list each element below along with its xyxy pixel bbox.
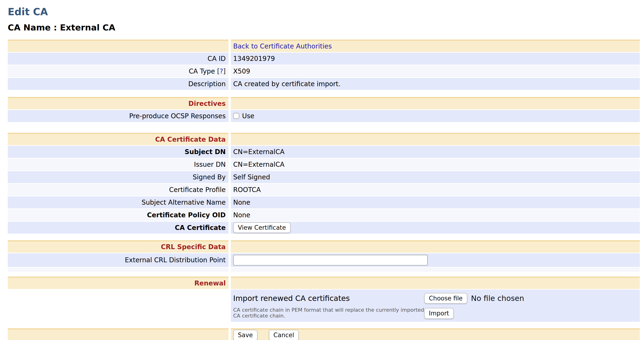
certificate-profile-value: ROOTCA	[231, 184, 640, 196]
renewal-table: Renewal Import renewed CA certificates C…	[8, 277, 640, 322]
import-renewed-ca-certificates-label: Import renewed CA certificates	[233, 293, 424, 304]
choose-file-button[interactable]: Choose file	[424, 293, 467, 304]
external-crl-distribution-point-label: External CRL Distribution Point	[8, 253, 228, 267]
table-row: CA ID 1349201979	[8, 53, 640, 65]
issuer-dn-label: Issuer DN	[8, 159, 228, 170]
footer-actions-table: Save Cancel	[8, 328, 640, 340]
crl-header-row: CRL Specific Data	[8, 240, 640, 253]
signed-by-label: Signed By	[8, 171, 228, 183]
ca-id-value: 1349201979	[231, 53, 640, 65]
signed-by-value: Self Signed	[231, 171, 640, 183]
issuer-dn-value: CN=ExternalCA	[231, 159, 640, 170]
table-row: External CRL Distribution Point	[8, 253, 640, 267]
external-crl-distribution-point-input[interactable]	[233, 255, 428, 266]
renewal-content-row: Import renewed CA certificates Choose fi…	[8, 290, 640, 322]
subject-alternative-name-value: None	[231, 196, 640, 208]
crl-specific-data-table: CRL Specific Data External CRL Distribut…	[8, 240, 640, 272]
table-row: Certificate Profile ROOTCA	[8, 184, 640, 196]
renewal-section-title: Renewal	[194, 279, 226, 287]
table-row: Signed By Self Signed	[8, 171, 640, 183]
view-certificate-button[interactable]: View Certificate	[233, 222, 290, 233]
ca-name-heading: CA Name : External CA	[8, 22, 640, 32]
table-row: Description CA created by certificate im…	[8, 78, 640, 90]
general-header-label-cell	[8, 39, 228, 52]
no-file-chosen-text: No file chosen	[471, 294, 524, 303]
import-button[interactable]: Import	[424, 308, 454, 319]
back-to-certificate-authorities-link[interactable]: Back to Certificate Authorities	[233, 42, 332, 50]
preproduce-ocsp-value-cell: Use	[231, 110, 640, 122]
certificate-policy-oid-label: Certificate Policy OID	[8, 209, 228, 221]
subject-alternative-name-label: Subject Alternative Name	[8, 196, 228, 208]
renewal-header-row: Renewal	[8, 277, 640, 289]
cancel-button[interactable]: Cancel	[269, 330, 299, 340]
subject-dn-value: CN=ExternalCA	[231, 146, 640, 158]
crl-section-title: CRL Specific Data	[161, 243, 226, 251]
general-header-value-cell: Back to Certificate Authorities	[231, 39, 640, 52]
description-value: CA created by certificate import.	[231, 78, 640, 90]
ca-certificate-label: CA Certificate	[8, 222, 228, 234]
ca-certificate-data-header-row: CA Certificate Data	[8, 133, 640, 145]
ca-type-value: X509	[231, 65, 640, 77]
table-row: Issuer DN CN=ExternalCA	[8, 159, 640, 170]
table-row: Pre-produce OCSP Responses Use	[8, 110, 640, 122]
renewal-help-text: CA certificate chain in PEM format that …	[233, 307, 424, 319]
directives-section-title-cell: Directives	[8, 97, 228, 109]
subject-dn-label: Subject DN	[8, 146, 228, 158]
ca-type-help-link[interactable]: ?	[220, 67, 223, 75]
directives-table: Directives Pre-produce OCSP Responses Us…	[8, 97, 640, 122]
footer-actions-row: Save Cancel	[8, 328, 640, 340]
ca-certificate-value-cell: View Certificate	[231, 222, 640, 234]
description-label: Description	[8, 78, 228, 90]
directives-section-title: Directives	[188, 100, 226, 107]
table-row: Certificate Policy OID None	[8, 209, 640, 221]
ca-certificate-data-section-title: CA Certificate Data	[155, 136, 226, 143]
general-header-row: Back to Certificate Authorities	[8, 39, 640, 52]
save-button[interactable]: Save	[233, 330, 258, 340]
table-row: Subject Alternative Name None	[8, 196, 640, 208]
directives-header-row: Directives	[8, 97, 640, 109]
certificate-profile-label: Certificate Profile	[8, 184, 228, 196]
certificate-policy-oid-value: None	[231, 209, 640, 221]
table-row: Subject DN CN=ExternalCA	[8, 146, 640, 158]
page-title: Edit CA	[8, 6, 640, 18]
ca-id-label: CA ID	[8, 53, 228, 65]
table-row: CA Certificate View Certificate	[8, 222, 640, 234]
table-row: CA Type [?] X509	[8, 65, 640, 77]
preproduce-ocsp-label: Pre-produce OCSP Responses	[8, 110, 228, 122]
general-info-table: Back to Certificate Authorities CA ID 13…	[8, 39, 640, 90]
preproduce-ocsp-checkbox-label: Use	[242, 112, 254, 120]
ca-type-label: CA Type [?]	[8, 65, 228, 77]
preproduce-ocsp-checkbox[interactable]	[233, 113, 239, 119]
ca-certificate-data-table: CA Certificate Data Subject DN CN=Extern…	[8, 133, 640, 234]
table-row	[8, 268, 640, 272]
